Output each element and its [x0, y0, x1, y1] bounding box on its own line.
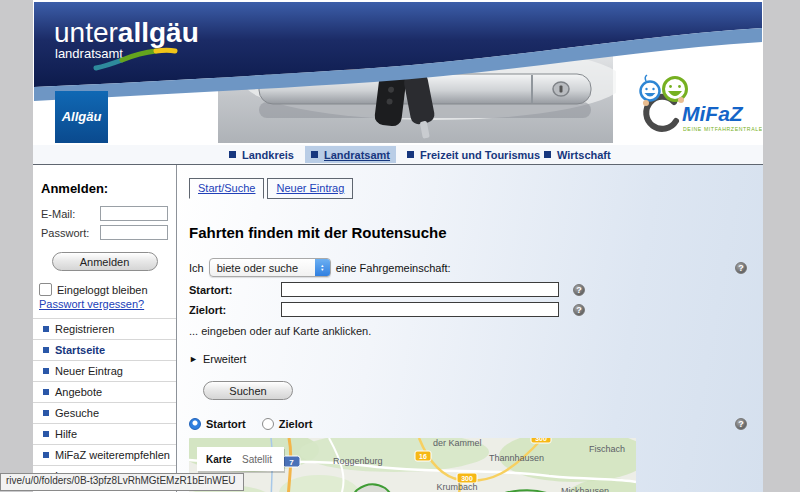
sidebar-item-angebote[interactable]: Angebote — [33, 382, 176, 403]
start-label: Startort: — [189, 284, 281, 296]
advanced-toggle[interactable]: ► Erweitert — [189, 353, 763, 365]
map-label-fischach: Fischach — [589, 444, 625, 454]
sidebar-item-label: MiFaZ weiterempfehlen — [55, 449, 170, 461]
nav-label: Landratsamt — [324, 149, 390, 161]
bullet-icon — [43, 431, 49, 437]
sidebar-item-hilfe[interactable]: Hilfe — [33, 424, 176, 445]
allgaeu-badge-label: Allgäu — [61, 109, 102, 124]
mifaz-logo: MiFaZ DEINE MITFAHRZENTRALE — [616, 68, 762, 143]
svg-text:300: 300 — [461, 475, 473, 482]
sidebar-item-label: Registrieren — [55, 323, 114, 335]
help-icon[interactable]: ? — [573, 304, 585, 316]
tab-start-suche[interactable]: Start/Suche — [189, 178, 264, 199]
svg-text:300: 300 — [535, 438, 547, 442]
map-button-karte[interactable]: Karte — [206, 454, 232, 465]
sidebar-item-registrieren[interactable]: Registrieren — [33, 319, 176, 340]
svg-text:16: 16 — [419, 453, 427, 460]
search-button[interactable]: Suchen — [203, 381, 293, 400]
status-bar-url: rive/u/0/folders/0B-t3pfz8LvRhMGtEMzR1bE… — [0, 473, 244, 491]
sidebar-item-label: Startseite — [55, 344, 105, 356]
motorway-badge-7: 7 — [283, 456, 300, 467]
content-area: Anmelden: E-Mail: Passwort: Anmelden Ein… — [33, 165, 763, 492]
map-canvas: 7 16 300 300 d — [189, 438, 636, 492]
nav-label: Wirtschaft — [557, 149, 611, 161]
login-button[interactable]: Anmelden — [52, 252, 158, 271]
nav-item-landkreis[interactable]: Landkreis — [223, 146, 300, 163]
password-field[interactable] — [100, 225, 168, 240]
screen: { "icons": { "help": "?", "advanced_arro… — [0, 0, 800, 492]
bullet-icon — [43, 326, 49, 332]
advanced-label: Erweitert — [203, 353, 246, 365]
mifaz-green-face-icon — [664, 78, 687, 101]
map-hint-text: ... eingeben oder auf Karte anklicken. — [189, 325, 763, 337]
triangle-right-icon: ► — [189, 354, 198, 364]
nav-item-landratsamt[interactable]: Landratsamt — [305, 146, 396, 163]
mifaz-blue-face-icon — [641, 82, 660, 101]
map-label-roggenburg: Roggenburg — [333, 456, 383, 466]
map-button-satellit[interactable]: Satellit — [242, 454, 272, 465]
nav-item-wirtschaft[interactable]: Wirtschaft — [538, 146, 617, 163]
bullet-icon — [43, 410, 49, 416]
zielort-radio-label: Zielort — [279, 418, 313, 430]
header-banner: unterallgäu landratsamt Allgäu — [34, 2, 762, 143]
mifaz-tagline: DEINE MITFAHRZENTRALE — [683, 126, 762, 132]
sidebar-item-startseite[interactable]: Startseite — [33, 340, 176, 361]
email-label: E-Mail: — [41, 208, 75, 220]
nav-bullet-icon — [544, 151, 551, 158]
svg-text:unterallgäu: unterallgäu — [54, 17, 199, 48]
allgaeu-badge: Allgäu — [55, 91, 108, 143]
logo-part1: unter — [54, 17, 118, 48]
password-label: Passwort: — [41, 227, 89, 239]
sidebar-item-label: Angebote — [55, 386, 102, 398]
nav-item-freizeit-und-tourismus[interactable]: Freizeit und Tourismus — [401, 146, 546, 163]
page-title: Fahrten finden mit der Routensuche — [189, 224, 763, 241]
mifaz-name: MiFaZ — [682, 102, 744, 125]
nav-bullet-icon — [229, 151, 236, 158]
destination-field-row: Zielort: ? — [189, 302, 763, 317]
remember-label: Eingeloggt bleiben — [57, 284, 148, 296]
startort-radio[interactable] — [189, 418, 201, 430]
help-icon[interactable]: ? — [573, 284, 585, 296]
map-type-control: Karte Satellit — [197, 447, 285, 473]
logo-subtitle: landratsamt — [55, 46, 123, 61]
sidebar-menu: Registrieren Startseite Neuer Eintrag An… — [33, 318, 176, 487]
nav-bullet-icon — [407, 151, 414, 158]
start-input[interactable] — [281, 282, 559, 297]
select-prefix: Ich — [189, 262, 204, 274]
map-label-mickhausen: Mickhausen — [561, 486, 609, 492]
sidebar-item-label: Hilfe — [55, 428, 77, 440]
tab-neuer-eintrag[interactable]: Neuer Eintrag — [267, 178, 353, 199]
offer-or-search-select[interactable]: biete oder suche ▲▼ — [209, 258, 331, 277]
main-navigation: Landkreis Landratsamt Freizeit und Touri… — [33, 145, 763, 165]
map-label-thannhausen: Thannhausen — [489, 453, 544, 463]
email-field[interactable] — [100, 206, 168, 221]
logo-part2: allgäu — [118, 17, 199, 48]
route-badge-16: 16 — [415, 451, 431, 461]
select-arrows-icon: ▲▼ — [315, 259, 330, 276]
svg-text:7: 7 — [289, 458, 294, 467]
help-icon[interactable]: ? — [735, 262, 747, 274]
nav-bullet-icon — [311, 151, 318, 158]
help-icon[interactable]: ? — [735, 418, 747, 430]
bullet-icon — [43, 368, 49, 374]
remember-checkbox[interactable] — [39, 283, 52, 296]
map-mode-radio-row: Startort Zielort ? — [189, 418, 763, 430]
forgot-password-link[interactable]: Passwort vergessen? — [39, 298, 144, 310]
tab-bar: Start/Suche Neuer Eintrag — [189, 178, 763, 199]
bullet-icon — [43, 347, 49, 353]
sidebar-item-mifaz-weiterempfehlen[interactable]: MiFaZ weiterempfehlen — [33, 445, 176, 466]
map[interactable]: 7 16 300 300 d — [189, 438, 636, 492]
zielort-radio[interactable] — [262, 418, 274, 430]
select-value: biete oder suche — [217, 262, 313, 274]
sidebar-item-neuer-eintrag[interactable]: Neuer Eintrag — [33, 361, 176, 382]
bullet-icon — [43, 389, 49, 395]
route-badge-300-partial: 300 — [531, 438, 551, 443]
main-panel: Start/Suche Neuer Eintrag Fahrten finden… — [177, 165, 763, 492]
mode-select-row: Ich biete oder suche ▲▼ eine Fahrgemeins… — [189, 258, 763, 277]
destination-input[interactable] — [281, 302, 559, 317]
map-label-krumbach: Krumbach — [436, 482, 477, 492]
map-label-kammel: der Kammel — [433, 438, 482, 448]
destination-label: Zielort: — [189, 304, 281, 316]
sidebar: Anmelden: E-Mail: Passwort: Anmelden Ein… — [33, 165, 177, 492]
sidebar-item-gesuche[interactable]: Gesuche — [33, 403, 176, 424]
